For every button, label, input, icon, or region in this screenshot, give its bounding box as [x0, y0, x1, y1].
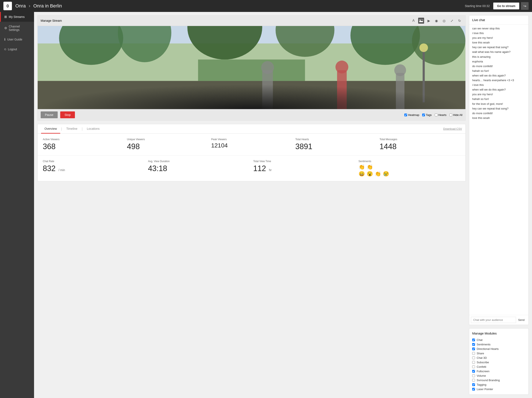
avg-view-duration-value: 43:18	[148, 164, 250, 173]
svg-point-22	[419, 44, 428, 52]
right-panel: Live chat can we never stop thisi love t…	[469, 15, 529, 395]
module-item-sentiments[interactable]: Sentiments	[472, 342, 526, 347]
hearts-checkbox[interactable]: Hearts	[435, 113, 446, 117]
sidebar-item-label-user-guide: User Guide	[7, 38, 22, 41]
target-toolbar-icon[interactable]: ◎	[441, 18, 447, 24]
heatmap-checkbox[interactable]: Heatmap	[404, 113, 419, 117]
my-streams-icon: ⊞	[4, 15, 7, 19]
pause-button[interactable]: Pause	[41, 111, 58, 118]
module-label-fullscreen: Fullscreen	[477, 370, 489, 373]
chat-message: you are my hero!	[472, 36, 526, 40]
starting-time: Starting time 00:32	[465, 4, 490, 8]
module-item-volume[interactable]: Volume	[472, 373, 526, 378]
sidebar-item-label-my-streams: My Streams	[9, 15, 25, 19]
expand-toolbar-icon[interactable]: ⤢	[449, 18, 455, 24]
module-label-volume: Volume	[477, 374, 486, 377]
chat-message: do more confetti!	[472, 111, 526, 116]
total-hearts-value: 3891	[295, 142, 376, 151]
rotate-toolbar-icon[interactable]: ↻	[456, 18, 462, 24]
breadcrumb-part2: Onra in Berlin	[33, 3, 62, 8]
manage-modules-panel: Manage Modules ChatSentimentsDirectional…	[469, 328, 529, 395]
module-item-laser-pointer[interactable]: Laser Pointer	[472, 387, 526, 391]
svg-point-16	[335, 60, 348, 73]
module-label-svrround-branding: Svrround Branding	[477, 378, 500, 382]
main-content: Manage Stream A ▶ ◉	[34, 12, 532, 398]
stats-tabs: Overview | Timeline | Locations Download…	[38, 124, 465, 134]
chat-message: do more confetti!	[472, 64, 526, 69]
module-item-chat-3d[interactable]: Chat 3D	[472, 356, 526, 360]
logout-icon: ⎋	[4, 47, 6, 51]
send-button[interactable]: Send	[516, 317, 527, 323]
sidebar-item-label-channel-settings: Channel Settings	[9, 25, 31, 32]
module-item-svrround-branding[interactable]: Svrround Branding	[472, 378, 526, 382]
module-item-tagging[interactable]: Tagging	[472, 382, 526, 387]
emoji-clap-2: 👏	[367, 164, 373, 170]
stop-button[interactable]: Stop	[60, 111, 75, 118]
module-item-directional-hearts[interactable]: Directional Hearts	[472, 347, 526, 351]
svg-rect-17	[396, 73, 404, 109]
sidebar-item-my-streams[interactable]: ⊞ My Streams	[0, 12, 34, 22]
avg-view-duration-stat: Avg. View Duration 43:18	[146, 160, 252, 177]
module-item-share[interactable]: Share	[472, 351, 526, 356]
playback-controls: Pause Stop	[41, 111, 75, 118]
sidebar: ⊞ My Streams ⚙ Channel Settings ℹ User G…	[0, 12, 34, 398]
video-header: Manage Stream A ▶ ◉	[38, 16, 465, 26]
download-csv-link[interactable]: Download CSV	[443, 125, 462, 133]
breadcrumb-part1: Onra	[15, 3, 26, 8]
peak-viewers-stat: Peak Viewers 12104	[209, 138, 294, 151]
sidebar-item-user-guide[interactable]: ℹ User Guide	[0, 34, 34, 44]
share-button[interactable]: ↪	[521, 2, 529, 10]
text-toolbar-icon[interactable]: A	[411, 18, 417, 24]
svg-rect-12	[198, 59, 305, 81]
video-panel: Manage Stream A ▶ ◉	[38, 15, 466, 121]
total-messages-value: 1448	[380, 142, 460, 151]
sidebar-item-label-logout: Logout	[8, 47, 17, 51]
svg-rect-15	[337, 70, 347, 109]
total-hearts-stat: Total Hearts 3891	[294, 138, 378, 151]
tab-overview[interactable]: Overview	[41, 124, 60, 134]
module-item-chat[interactable]: Chat	[472, 338, 526, 342]
panorama-image	[38, 26, 465, 109]
emoji-row-1: 👏 👏	[359, 164, 461, 170]
chat-message: i love this	[472, 31, 526, 36]
emoji-clap-1: 👏	[359, 164, 365, 170]
peak-viewers-label: Peak Viewers	[211, 138, 292, 141]
share-icon: ↪	[524, 4, 526, 8]
overlay-checkboxes: Heatmap Tags Hearts Hide All	[404, 113, 462, 117]
controls-bar: Pause Stop Heatmap Tags Hearts	[38, 109, 465, 120]
tab-locations[interactable]: Locations	[83, 124, 103, 134]
breadcrumb: Onra › Onra in Berlin	[15, 3, 465, 9]
hide-all-checkbox[interactable]: Hide All	[450, 113, 462, 117]
tags-checkbox[interactable]: Tags	[422, 113, 431, 117]
video-frame	[38, 26, 465, 109]
module-item-fullscreen[interactable]: Fullscreen	[472, 369, 526, 373]
module-item-confetti[interactable]: Confetti	[472, 365, 526, 369]
chat-rate-value: 832 / min	[43, 164, 145, 173]
chat-input-row: Send	[469, 315, 528, 325]
sidebar-item-logout[interactable]: ⎋ Logout	[0, 44, 34, 54]
manage-modules-title: Manage Modules	[472, 332, 526, 335]
module-item-subscribe[interactable]: Subscribe	[472, 360, 526, 365]
location-toolbar-icon[interactable]: ◉	[433, 18, 439, 24]
chat-input[interactable]	[471, 317, 516, 323]
svg-rect-11	[38, 81, 465, 109]
chat-message: for the love of god, more!	[472, 102, 526, 106]
total-view-time-value: 112 hr	[253, 164, 355, 173]
modules-list: ChatSentimentsDirectional HeartsShareCha…	[472, 338, 526, 391]
image-toolbar-icon[interactable]	[418, 18, 424, 24]
go-to-stream-button[interactable]: Go to stream	[493, 3, 519, 9]
chat-message: i love this	[472, 83, 526, 87]
chat-message: hahah so fun!	[472, 97, 526, 101]
live-chat-panel: Live chat can we never stop thisi love t…	[469, 15, 529, 325]
total-messages-label: Total Messages	[380, 138, 460, 141]
play-toolbar-icon[interactable]: ▶	[426, 18, 432, 24]
module-label-confetti: Confetti	[477, 365, 486, 368]
sidebar-item-channel-settings[interactable]: ⚙ Channel Settings	[0, 22, 34, 34]
logo-icon[interactable]: 0	[3, 2, 12, 10]
active-viewers-value: 368	[43, 142, 124, 151]
chat-message: love this woah	[472, 40, 526, 45]
manage-stream-title: Manage Stream	[41, 19, 62, 22]
tab-timeline[interactable]: Timeline	[63, 124, 81, 134]
module-label-chat: Chat	[477, 338, 482, 342]
chat-message: hey can we repeat that song?	[472, 45, 526, 50]
